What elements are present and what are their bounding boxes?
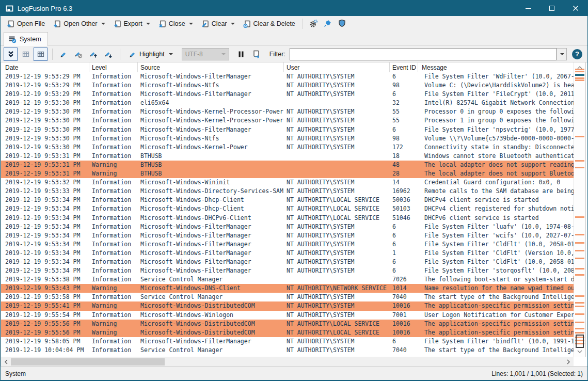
table-row[interactable]: 2019-12-19 9:53:30 PMInformationMicrosof… xyxy=(1,134,574,143)
add-highlight-button[interactable] xyxy=(56,47,70,61)
clear-button[interactable]: Clear xyxy=(197,17,239,30)
shield-button[interactable] xyxy=(335,17,349,30)
cell-message: DHCPv4 client registered for shutdown no… xyxy=(418,204,574,213)
cell-level: Information xyxy=(89,90,138,99)
cell-message: Processor 1 in group 0 exposes the follo… xyxy=(418,116,574,125)
open-other-button[interactable]: Open Other xyxy=(49,17,109,30)
table-row[interactable]: 2019-12-19 9:53:30 PMInformationMicrosof… xyxy=(1,125,574,134)
column-header-user[interactable]: User xyxy=(284,62,390,72)
table-row[interactable]: 2019-12-19 9:53:30 PMInformationeli65x64… xyxy=(1,99,574,107)
scroll-right-button[interactable] xyxy=(564,357,573,366)
follow-tail-button[interactable] xyxy=(249,47,263,61)
cell-event-id: 10016 xyxy=(390,301,418,310)
table-row[interactable]: 2019-12-19 9:53:33 PMInformationMicrosof… xyxy=(1,187,574,196)
tab-system[interactable]: System xyxy=(4,32,48,46)
table-row[interactable]: 2019-12-19 10:04:04 PMInformationService… xyxy=(1,346,574,355)
table-row[interactable]: 2019-12-19 9:53:34 PMInformationMicrosof… xyxy=(1,196,574,204)
cell-event-id: 51046 xyxy=(390,214,418,223)
minimize-button[interactable] xyxy=(516,1,540,16)
grid-view-button[interactable] xyxy=(19,47,33,61)
cell-source: Microsoft-Windows-FilterManager xyxy=(138,249,284,258)
vertical-scrollbar[interactable] xyxy=(574,62,586,357)
cell-message: File System Filter 'WdFilter' (10.0, 206… xyxy=(418,72,574,81)
cell-level: Information xyxy=(89,231,138,240)
column-header-source[interactable]: Source xyxy=(138,62,284,72)
filter-input[interactable] xyxy=(290,48,557,60)
disable-highlight-button[interactable] xyxy=(71,47,85,61)
close-log-button[interactable]: Close xyxy=(154,17,197,30)
help-button[interactable]: ? xyxy=(572,49,582,59)
clear-delete-button[interactable]: Clear & Delete xyxy=(239,17,299,30)
toolbar-separator xyxy=(303,19,303,29)
table-row[interactable]: 2019-12-19 9:53:34 PMInformationMicrosof… xyxy=(1,231,574,240)
filter-dropdown-button[interactable] xyxy=(557,48,567,60)
open-file-button[interactable]: Open File xyxy=(3,17,49,30)
table-row[interactable]: 2019-12-19 9:53:31 PMInformationBTHUSB18… xyxy=(1,152,574,161)
cell-date: 2019-12-19 9:53:30 PM xyxy=(1,116,89,125)
table-row[interactable]: 2019-12-19 9:53:58 PMInformationService … xyxy=(1,293,574,301)
table-row[interactable]: 2019-12-19 9:53:34 PMInformationMicrosof… xyxy=(1,266,574,275)
table-row[interactable]: 2019-12-19 9:53:43 PMWarningMicrosoft-Wi… xyxy=(1,284,574,293)
vertical-scrollbar-thumb[interactable] xyxy=(576,335,584,348)
prev-highlight-button[interactable] xyxy=(86,47,100,61)
column-header-event-id[interactable]: Event ID xyxy=(390,62,418,72)
table-row[interactable]: 2019-12-19 9:53:29 PMInformationMicrosof… xyxy=(1,81,574,90)
table-row[interactable]: 2019-12-19 9:53:34 PMInformationMicrosof… xyxy=(1,258,574,266)
grid-header: Date Level Source User Event ID Message xyxy=(1,62,574,72)
next-highlight-button[interactable] xyxy=(101,47,115,61)
cell-message: The local adapter does not support Bluet… xyxy=(418,169,574,178)
highlight-menu-button[interactable]: Highlight xyxy=(124,47,178,61)
table-row[interactable]: 2019-12-19 9:53:29 PMInformationMicrosof… xyxy=(1,90,574,99)
cell-source: Microsoft-Windows-Kernel-Power xyxy=(138,143,284,152)
cell-source: Microsoft-Windows-Directory-Services-SAM xyxy=(138,187,284,196)
table-row[interactable]: 2019-12-19 9:53:34 PMInformationMicrosof… xyxy=(1,204,574,213)
table-row[interactable]: 2019-12-19 9:53:32 PMInformationMicrosof… xyxy=(1,178,574,187)
table-row[interactable]: 2019-12-19 9:53:31 PMWarningBTHUSB48The … xyxy=(1,161,574,169)
table-row[interactable]: 2019-12-19 9:53:34 PMInformationMicrosof… xyxy=(1,249,574,258)
column-header-date[interactable]: Date xyxy=(1,62,89,72)
scroll-down-button[interactable] xyxy=(574,347,585,356)
scroll-mark-warning xyxy=(575,77,584,79)
column-header-level[interactable]: Level xyxy=(89,62,138,72)
export-label: Export xyxy=(124,20,142,27)
column-layout-button[interactable] xyxy=(34,47,47,61)
cell-level: Information xyxy=(89,311,138,320)
cell-user xyxy=(284,161,390,169)
scroll-mark-warning xyxy=(575,258,584,259)
table-row[interactable]: 2019-12-19 9:53:29 PMInformationMicrosof… xyxy=(1,72,574,81)
auto-scroll-button[interactable] xyxy=(4,47,18,61)
table-row[interactable]: 2019-12-19 9:53:31 PMWarningBTHUSB28The … xyxy=(1,169,574,178)
table-row[interactable]: 2019-12-19 9:55:41 PMWarningMicrosoft-Wi… xyxy=(1,301,574,310)
table-row[interactable]: 2019-12-19 9:53:30 PMInformationMicrosof… xyxy=(1,116,574,125)
table-row[interactable]: 2019-12-19 9:53:38 PMInformationService … xyxy=(1,275,574,284)
horizontal-scrollbar-thumb[interactable] xyxy=(11,358,165,366)
cell-date: 2019-12-19 9:58:05 PM xyxy=(1,337,89,346)
column-header-message[interactable]: Message xyxy=(418,62,574,72)
scroll-mark-warning xyxy=(575,274,584,276)
cell-user xyxy=(284,169,390,178)
export-button[interactable]: Export xyxy=(109,17,154,30)
table-row[interactable]: 2019-12-19 9:53:30 PMInformationMicrosof… xyxy=(1,107,574,116)
settings-button[interactable] xyxy=(306,17,321,30)
table-row[interactable]: 2019-12-19 9:53:34 PMInformationMicrosof… xyxy=(1,240,574,249)
table-row[interactable]: 2019-12-19 9:55:56 PMWarningMicrosoft-Wi… xyxy=(1,320,574,328)
cell-source: Microsoft-Windows-Winlogon xyxy=(138,311,284,320)
close-button[interactable] xyxy=(564,1,587,16)
grid-columns-icon xyxy=(37,50,45,58)
maximize-button[interactable] xyxy=(540,1,564,16)
table-row[interactable]: 2019-12-19 9:53:30 PMInformationMicrosof… xyxy=(1,143,574,152)
cell-source: Microsoft-Windows-Ntfs xyxy=(138,134,284,143)
table-row[interactable]: 2019-12-19 9:58:05 PMInformationMicrosof… xyxy=(1,337,574,346)
cell-event-id: 55 xyxy=(390,107,418,116)
cell-user: NT AUTHORITY\SYSTEM xyxy=(284,249,390,258)
pin-button[interactable] xyxy=(321,17,335,30)
horizontal-scrollbar[interactable] xyxy=(1,357,574,366)
table-row[interactable]: 2019-12-19 9:55:56 PMWarningMicrosoft-Wi… xyxy=(1,328,574,337)
pause-button[interactable] xyxy=(234,47,248,61)
table-row[interactable]: 2019-12-19 9:55:54 PMInformationMicrosof… xyxy=(1,311,574,320)
table-row[interactable]: 2019-12-19 9:53:34 PMInformationMicrosof… xyxy=(1,223,574,231)
table-row[interactable]: 2019-12-19 9:53:34 PMInformationMicrosof… xyxy=(1,214,574,223)
cell-source: Microsoft-Windows-Kernel-Processor-Power xyxy=(138,116,284,125)
scroll-left-button[interactable] xyxy=(2,357,10,366)
cell-user: NT AUTHORITY\SYSTEM xyxy=(284,116,390,125)
